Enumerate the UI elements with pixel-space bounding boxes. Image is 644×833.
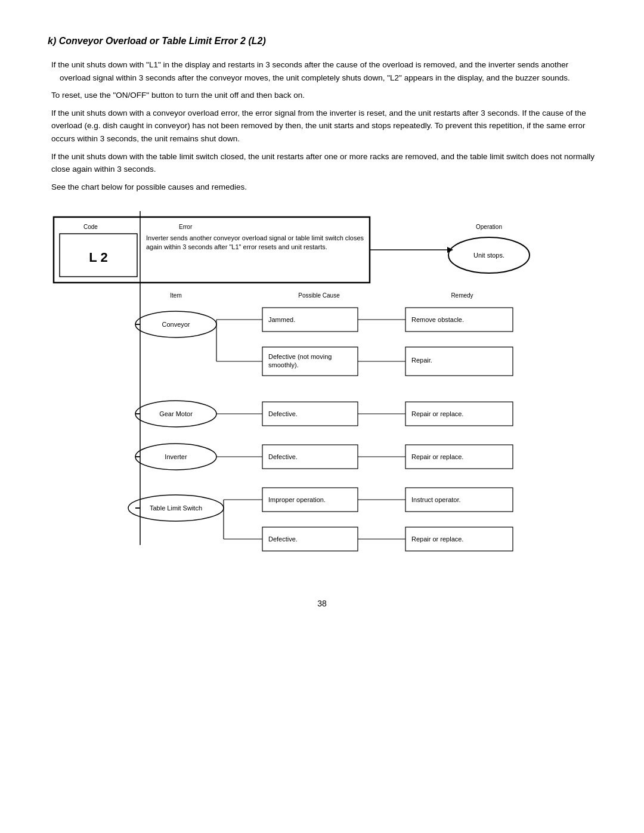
item-gear-motor: Gear Motor xyxy=(159,410,193,417)
operation-value: Unit stops. xyxy=(473,252,504,259)
col-possible-cause: Possible Cause xyxy=(298,292,340,299)
remedy-repair: Repair. xyxy=(411,357,432,364)
paragraph-1: If the unit shuts down with "L1" in the … xyxy=(48,58,596,84)
operation-label: Operation xyxy=(476,224,502,230)
col-remedy: Remedy xyxy=(451,292,473,299)
body-text: If the unit shuts down with "L1" in the … xyxy=(48,58,596,193)
cause-defective-moving-2: smoothly). xyxy=(268,361,299,368)
page-title: k) Conveyor Overload or Table Limit Erro… xyxy=(48,36,596,47)
remedy-repair-replace-2: Repair or replace. xyxy=(411,453,463,460)
cause-tls-defective: Defective. xyxy=(268,535,298,543)
remedy-remove-obstacle: Remove obstacle. xyxy=(411,316,464,323)
paragraph-2: To reset, use the "ON/OFF" button to tur… xyxy=(48,89,596,102)
paragraph-5: See the chart below for possible causes … xyxy=(48,181,596,194)
code-value: L 2 xyxy=(89,250,107,265)
paragraph-4: If the unit shuts down with the table li… xyxy=(48,150,596,176)
error-description: Inverter sends another conveyor overload… xyxy=(146,234,367,252)
cause-improper: Improper operation. xyxy=(268,496,326,503)
page-number: 38 xyxy=(48,599,596,608)
cause-jammed: Jammed. xyxy=(268,316,295,323)
remedy-repair-replace-3: Repair or replace. xyxy=(411,535,463,543)
remedy-repair-replace-1: Repair or replace. xyxy=(411,410,463,417)
cause-defective-moving: Defective (not moving xyxy=(268,353,332,360)
remedy-instruct: Instruct operator. xyxy=(411,496,461,503)
paragraph-3: If the unit shuts down with a conveyor o… xyxy=(48,107,596,145)
col-item: Item xyxy=(170,292,181,299)
item-table-limit-switch: Table Limit Switch xyxy=(150,504,202,512)
cause-inverter-defective: Defective. xyxy=(268,453,298,460)
code-label: Code xyxy=(83,224,98,230)
diagram-svg: .diag-text { font-family: Arial, sans-se… xyxy=(48,211,596,563)
item-conveyor: Conveyor xyxy=(162,321,190,328)
diagram-container: .diag-text { font-family: Arial, sans-se… xyxy=(48,211,596,563)
error-label: Error xyxy=(179,224,193,230)
item-inverter: Inverter xyxy=(165,453,187,460)
cause-gear-defective: Defective. xyxy=(268,410,298,417)
